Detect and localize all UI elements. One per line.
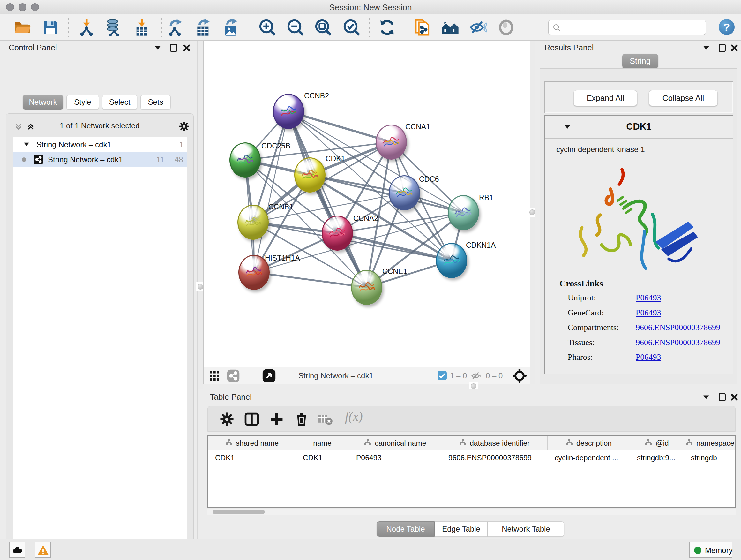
gear-icon[interactable] xyxy=(219,411,235,428)
network-canvas[interactable]: CCNB2CCNA1CDC25BCDK1CDC6RB1CCNB1CCNA2CDK… xyxy=(203,41,530,367)
table-cell[interactable]: stringdb xyxy=(684,450,736,465)
crosslink-value-link[interactable]: 9606.ENSP00000378699 xyxy=(636,323,720,332)
search-field[interactable] xyxy=(548,20,706,35)
export-image-icon[interactable] xyxy=(222,18,240,37)
table-column-header[interactable]: @id xyxy=(630,436,684,450)
selected-nodes-checkbox-icon[interactable] xyxy=(437,371,447,380)
save-session-icon[interactable] xyxy=(42,18,59,37)
network-node-label: HIST1H1A xyxy=(265,254,300,262)
tab-sets[interactable]: Sets xyxy=(140,95,171,110)
crosslink-value-link[interactable]: P06493 xyxy=(636,293,661,303)
tab-network-table[interactable]: Network Table xyxy=(488,521,564,537)
crosslink-value-link[interactable]: P06493 xyxy=(636,353,661,362)
float-panel-icon[interactable] xyxy=(719,44,726,53)
table-column-header[interactable]: canonical name xyxy=(349,436,441,450)
table-column-header[interactable]: namespace xyxy=(684,436,736,450)
search-icon xyxy=(552,23,561,34)
close-panel-icon[interactable] xyxy=(730,393,738,402)
network-node-rb1[interactable] xyxy=(448,195,479,230)
import-network-file-icon[interactable] xyxy=(77,18,95,37)
panel-menu-icon[interactable] xyxy=(703,46,710,51)
expand-all-button[interactable]: Expand All xyxy=(574,90,637,106)
close-panel-icon[interactable] xyxy=(730,44,738,53)
table-horizontal-scrollbar[interactable] xyxy=(207,509,736,515)
export-table-icon[interactable] xyxy=(194,18,212,37)
network-row-selected[interactable]: String Network – cdk1 11 48 xyxy=(13,152,187,167)
hide-selected-icon[interactable] xyxy=(469,18,487,37)
protein-structure-thumbnail-icon xyxy=(300,167,320,185)
zoom-out-icon[interactable] xyxy=(286,18,305,37)
table-column-header[interactable]: shared name xyxy=(208,436,296,450)
network-node-cdc25b[interactable] xyxy=(229,142,261,178)
network-label: String Network – cdk1 xyxy=(48,155,123,164)
network-node-cdk1[interactable] xyxy=(294,158,326,192)
birdseye-view-icon[interactable] xyxy=(262,369,276,384)
delete-table-icon[interactable] xyxy=(317,411,333,428)
tab-style[interactable]: Style xyxy=(66,95,99,110)
cloud-icon[interactable] xyxy=(9,542,25,558)
table-cell[interactable]: P06493 xyxy=(349,450,441,465)
memory-button[interactable]: Memory xyxy=(689,542,732,558)
function-builder-icon[interactable]: f(x) xyxy=(345,409,363,424)
collapse-all-button[interactable]: Collapse All xyxy=(649,90,718,106)
table-column-header[interactable]: name xyxy=(296,436,349,450)
table-cell[interactable]: 9606.ENSP00000378699 xyxy=(441,450,548,465)
add-column-icon[interactable] xyxy=(268,411,285,428)
hidden-nodes-eye-slash-icon[interactable] xyxy=(471,370,482,382)
horizontal-splitter[interactable] xyxy=(203,384,741,388)
layout-refresh-icon[interactable] xyxy=(378,18,396,37)
zoom-fit-icon[interactable] xyxy=(314,18,332,37)
network-node-ccna2[interactable] xyxy=(322,215,353,251)
network-node-cdc6[interactable] xyxy=(389,175,420,210)
help-icon[interactable]: ? xyxy=(719,19,735,35)
network-collection-row[interactable]: String Network – cdk1 1 xyxy=(13,137,187,152)
zoom-selected-icon[interactable] xyxy=(343,18,360,37)
reset-view-crosshair-icon[interactable] xyxy=(512,368,527,385)
table-cell[interactable]: CDK1 xyxy=(208,450,296,465)
grid-view-icon[interactable] xyxy=(209,370,220,383)
warning-icon[interactable] xyxy=(35,542,51,558)
network-node-cdkn1a[interactable] xyxy=(436,243,467,278)
panel-menu-icon[interactable] xyxy=(154,46,161,51)
tab-string[interactable]: String xyxy=(622,54,658,68)
zoom-in-icon[interactable] xyxy=(259,18,276,37)
collection-expander-icon[interactable] xyxy=(24,143,29,146)
show-all-icon[interactable] xyxy=(497,18,515,37)
memory-status-dot xyxy=(694,547,701,554)
network-options-gear-icon[interactable] xyxy=(179,121,190,133)
table-cell[interactable]: stringdb:9... xyxy=(630,450,684,465)
tab-network[interactable]: Network xyxy=(23,95,63,110)
tab-select[interactable]: Select xyxy=(102,95,137,110)
gene-entry-header[interactable]: CDK1 xyxy=(545,116,733,138)
right-splitter[interactable] xyxy=(530,41,535,388)
tab-edge-table[interactable]: Edge Table xyxy=(434,521,488,537)
protein-structure-thumbnail-icon xyxy=(235,152,255,170)
tab-node-table[interactable]: Node Table xyxy=(377,521,434,537)
split-columns-icon[interactable] xyxy=(244,411,260,428)
float-panel-icon[interactable] xyxy=(170,44,177,53)
network-view-share-icon[interactable] xyxy=(226,369,240,384)
delete-column-icon[interactable] xyxy=(293,411,310,428)
table-cell[interactable]: CDK1 xyxy=(296,450,349,465)
float-panel-icon[interactable] xyxy=(719,393,726,402)
crosslink-value-link[interactable]: 9606.ENSP00000378699 xyxy=(636,338,720,348)
network-view-title: String Network – cdk1 xyxy=(298,371,374,380)
table-column-header[interactable]: description xyxy=(548,436,630,450)
import-network-database-icon[interactable] xyxy=(105,18,122,37)
crosslink-value-link[interactable]: P06493 xyxy=(636,308,661,318)
first-neighbors-icon[interactable] xyxy=(441,18,459,37)
network-node-ccnb2[interactable] xyxy=(273,94,304,129)
close-panel-icon[interactable] xyxy=(183,44,191,53)
table-cell[interactable]: cyclin-dependent ... xyxy=(548,450,630,465)
clone-network-icon[interactable] xyxy=(413,18,431,37)
scrollbar-thumb[interactable] xyxy=(212,509,265,514)
export-network-icon[interactable] xyxy=(166,18,184,37)
network-node-ccne1[interactable] xyxy=(351,270,382,305)
network-node-ccnb1[interactable] xyxy=(238,205,269,240)
search-input[interactable] xyxy=(564,21,701,34)
import-table-file-icon[interactable] xyxy=(133,18,151,37)
open-file-icon[interactable] xyxy=(13,18,31,37)
panel-menu-icon[interactable] xyxy=(703,395,710,401)
table-column-header[interactable]: database identifier xyxy=(441,436,548,450)
network-node-ccna1[interactable] xyxy=(376,125,407,160)
